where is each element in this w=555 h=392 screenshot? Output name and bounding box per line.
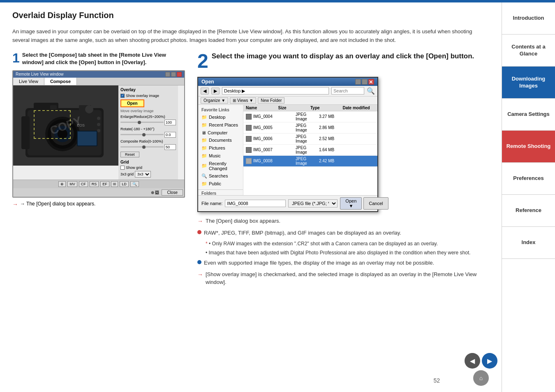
show-overlay-checkbox[interactable]: ✓ <box>120 94 125 98</box>
rotate-row <box>120 132 176 138</box>
annotation-bullet-supported: Even with supported image file types, th… <box>197 259 489 267</box>
tab-compose[interactable]: Compose <box>44 78 77 85</box>
dialog-maximize[interactable] <box>362 79 368 85</box>
open-button[interactable]: Open <box>120 99 144 107</box>
sidebar-item-preferences[interactable]: Preferences <box>502 163 555 195</box>
table-row[interactable]: IMG_0005 JPEG Image 2.86 MB <box>243 122 377 134</box>
grid-type-select[interactable]: 3x3 <box>135 171 151 178</box>
sidebar-recent[interactable]: 📁 Recent Places <box>198 121 243 129</box>
dialog-back-btn[interactable]: ◀ <box>201 88 209 95</box>
file-thumbnail <box>246 125 252 131</box>
new-folder-btn[interactable]: New Folder <box>258 97 284 104</box>
window-tabs: Live View Compose <box>13 78 184 85</box>
page-number: 52 <box>433 377 440 384</box>
sidebar-computer[interactable]: 🖥 Computer <box>198 129 243 136</box>
sidebar-pictures[interactable]: 📁 Pictures <box>198 144 243 152</box>
table-row-selected[interactable]: IMG_0008 JPEG Image 2.42 MB <box>243 156 377 167</box>
sidebar-recently-changed[interactable]: 📁 Recently Changed <box>198 160 243 172</box>
file-thumbnail <box>246 114 252 120</box>
sidebar-item-introduction[interactable]: Introduction <box>502 2 555 35</box>
sidebar-documents[interactable]: 📁 Documents <box>198 136 243 144</box>
subnote-dpp: • Images that have been adjusted with Di… <box>206 249 489 256</box>
maximize-btn[interactable] <box>171 72 176 77</box>
step2-column: 2 Select the image you want to display a… <box>197 51 489 290</box>
arrow2-icon: → <box>197 270 203 286</box>
views-btn[interactable]: ⊞ Views ▼ <box>230 97 256 104</box>
dialog-fwd-btn[interactable]: ▶ <box>211 88 220 95</box>
rotate-thumb[interactable] <box>142 133 146 136</box>
sidebar-desktop[interactable]: 📁 Desktop <box>198 113 243 121</box>
filename-input[interactable] <box>225 200 286 207</box>
dialog-open-btn[interactable]: Open ▼ <box>340 197 362 210</box>
dialog-search-input[interactable] <box>331 87 364 95</box>
tab-liveview[interactable]: Live View <box>13 78 44 85</box>
sidebar-item-reference[interactable]: Reference <box>502 195 555 227</box>
dialog-address-bar[interactable] <box>222 87 329 95</box>
table-row[interactable]: IMG_0004 JPEG Image 3.27 MB <box>243 111 377 122</box>
toolbar-btn-2[interactable]: MV <box>67 181 77 187</box>
rotate-slider[interactable] <box>120 134 164 135</box>
dialog-cancel-btn[interactable]: Cancel <box>363 197 388 210</box>
enlarge-thumb[interactable] <box>138 121 141 124</box>
desktop-folder-icon: 📁 <box>201 115 207 120</box>
sidebar-music[interactable]: 📁 Music <box>198 152 243 160</box>
rotate-input[interactable] <box>164 132 176 138</box>
show-grid-checkbox[interactable] <box>120 166 125 170</box>
enlarge-row <box>120 120 176 125</box>
dialog-footer-buttons: Open ▼ Cancel <box>340 197 388 210</box>
dialog-toolbar: ◀ ▶ 🔍 <box>198 86 377 97</box>
sidebar-item-index[interactable]: Index <box>502 227 555 259</box>
annotation-bullet-raw: RAW*, JPEG, TIFF, BMP (bitmap), and GIF … <box>197 229 489 237</box>
toolbar-btn-1[interactable]: ⊕ <box>58 181 66 187</box>
steps-container: 1 Select the [Compose] tab sheet in the … <box>12 51 489 290</box>
toolbar-btn-4[interactable]: RS <box>90 181 99 187</box>
close-window-btn[interactable]: Close <box>162 189 183 196</box>
composite-thumb[interactable] <box>142 145 146 149</box>
open-btn-container: Open <box>120 99 176 107</box>
close-btn-window[interactable] <box>177 72 182 77</box>
watermark: COPY <box>13 85 118 166</box>
move-overlay-label: Move overlay image <box>120 109 176 113</box>
dialog-close[interactable]: ✕ <box>368 79 374 85</box>
step1-heading-container: 1 Select the [Compose] tab sheet in the … <box>12 51 185 66</box>
computer-icon: 🖥 <box>201 130 206 135</box>
sidebar-item-remote-shooting[interactable]: Remote Shooting <box>502 131 555 163</box>
toolbar-btn-3[interactable]: CF <box>79 181 88 187</box>
nav-home-btn[interactable]: ⌂ <box>473 370 489 386</box>
nav-prev-btn[interactable]: ◀ <box>465 353 480 369</box>
organize-btn[interactable]: Organize ▼ <box>201 97 228 104</box>
sidebar-item-contents[interactable]: Contents at a Glance <box>502 35 555 67</box>
step1-note: → → The [Open] dialog box appears. <box>12 201 185 208</box>
sidebar-downloading-label: Downloading Images <box>505 76 552 90</box>
recent-folder-icon: 📁 <box>201 122 207 128</box>
table-row[interactable]: IMG_0006 JPEG Image 2.52 MB <box>243 134 377 145</box>
sidebar-item-camera-settings[interactable]: Camera Settings <box>502 99 555 131</box>
filetype-select[interactable]: JPEG file (*.JPG; *.JPEG) <box>288 199 338 208</box>
search-icon[interactable]: 🔍 <box>367 87 375 95</box>
toolbar-btn-8[interactable]: 🔍 <box>130 181 139 187</box>
col-date: Date modified <box>343 106 375 110</box>
toolbar-btn-7[interactable]: LD <box>120 181 129 187</box>
sidebar-contents-label: Contents at a Glance <box>505 44 552 58</box>
reset-button[interactable]: Reset <box>120 152 139 157</box>
sidebar-preferences-label: Preferences <box>513 175 543 182</box>
enlarge-slider[interactable] <box>120 122 164 123</box>
grid-label: Grid <box>120 160 176 164</box>
table-row[interactable]: IMG_0007 JPEG Image 1.64 MB <box>243 145 377 156</box>
sidebar-item-downloading[interactable]: Downloading Images <box>502 67 555 99</box>
dialog-minimize[interactable] <box>355 79 361 85</box>
nav-arrows: ◀ ▶ <box>465 353 497 369</box>
minimize-btn[interactable] <box>165 72 170 77</box>
toolbar-btn-6[interactable]: III <box>111 181 118 187</box>
bullet-supported-icon <box>197 260 201 264</box>
composite-input[interactable] <box>164 144 176 150</box>
sidebar-public[interactable]: 📁 Public <box>198 180 243 188</box>
arrow1-icon: → <box>197 217 203 226</box>
enlarge-input[interactable] <box>164 120 176 125</box>
composite-slider[interactable] <box>120 146 164 148</box>
nav-next-btn[interactable]: ▶ <box>482 353 497 369</box>
show-overlay-row: ✓ Show overlay image <box>120 94 176 98</box>
dialog-titlebar: Open ✕ <box>198 78 377 86</box>
sidebar-searches[interactable]: 🔍 Searches <box>198 172 243 180</box>
toolbar-btn-5[interactable]: EF <box>100 181 109 187</box>
